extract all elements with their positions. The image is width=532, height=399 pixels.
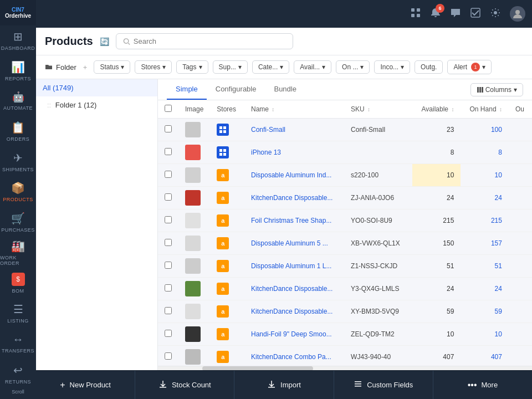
row-checkbox[interactable]	[165, 216, 172, 223]
gear-icon[interactable]	[490, 7, 501, 21]
bell-icon[interactable]: 6	[430, 7, 441, 21]
sidebar-item-orders[interactable]: 📋 Orders	[0, 116, 36, 147]
filter-category[interactable]: Cate... ▾	[252, 60, 289, 74]
sidebar-item-products[interactable]: 📦 Products	[0, 177, 36, 207]
row-checkbox[interactable]	[165, 148, 172, 155]
filter-supplier[interactable]: Sup... ▾	[213, 60, 248, 74]
header-outgoing[interactable]: Ou	[509, 100, 532, 119]
product-name-link[interactable]: Disposable Aluminum Ind...	[251, 171, 331, 179]
all-products-filter[interactable]: All (1749)	[36, 79, 157, 96]
onhand-cell[interactable]: 215	[461, 209, 509, 232]
product-name-link[interactable]: Confi-Small	[251, 126, 285, 134]
row-checkbox[interactable]	[165, 352, 172, 360]
sidebar-item-automate[interactable]: 🤖 Automate	[0, 86, 36, 116]
row-checkbox[interactable]	[165, 239, 172, 246]
product-name-cell[interactable]: Disposable Aluminum 1 L...	[244, 255, 344, 278]
onhand-cell[interactable]: 51	[461, 255, 509, 278]
filter-outgoing[interactable]: Outg.	[415, 60, 443, 74]
onhand-cell[interactable]: 100	[461, 119, 509, 141]
product-name-link[interactable]: KitchenDance Disposable...	[251, 308, 332, 315]
new-product-button[interactable]: + New Product	[36, 371, 135, 400]
product-name-cell[interactable]: Foil Christmas Tree Shap...	[244, 209, 344, 232]
filter-stores[interactable]: Stores ▾	[135, 60, 172, 74]
product-name-link[interactable]: iPhone 13	[251, 149, 281, 156]
onhand-value[interactable]: 59	[495, 308, 502, 315]
product-name-cell[interactable]: KitchenDance Disposable...	[244, 278, 344, 300]
user-avatar[interactable]	[510, 6, 525, 22]
folder-item-1[interactable]: :: Folder 1 (12)	[36, 96, 157, 114]
row-checkbox[interactable]	[165, 193, 172, 201]
custom-fields-button[interactable]: Custom Fields	[334, 371, 433, 400]
product-name-cell[interactable]: Handi-Foil 9" Deep Smoo...	[244, 323, 344, 346]
header-available[interactable]: Available ↕	[412, 100, 461, 119]
row-checkbox[interactable]	[165, 284, 172, 291]
product-name-link[interactable]: KitchenDance Combo Pa...	[251, 353, 331, 361]
onhand-cell[interactable]: 59	[461, 300, 509, 323]
row-checkbox[interactable]	[165, 262, 172, 269]
stock-count-button[interactable]: Stock Count	[135, 371, 234, 400]
products-table-wrapper[interactable]: Image Stores Name ↕ SKU ↕ Available ↕ On…	[158, 100, 532, 366]
onhand-value[interactable]: 157	[491, 239, 502, 247]
product-name-link[interactable]: KitchenDance Disposable...	[251, 285, 332, 293]
sidebar-item-listing[interactable]: ☰ Listing	[0, 298, 36, 329]
product-name-cell[interactable]: Confi-Small	[244, 119, 344, 141]
product-name-link[interactable]: KitchenDance Disposable...	[251, 194, 332, 202]
onhand-cell[interactable]: 24	[461, 278, 509, 300]
more-button[interactable]: ••• More	[433, 371, 532, 400]
onhand-cell[interactable]: 10	[461, 323, 509, 346]
onhand-value[interactable]: 8	[498, 149, 502, 156]
onhand-value[interactable]: 100	[491, 126, 502, 134]
sidebar-item-bom[interactable]: $ BOM	[0, 268, 36, 298]
row-checkbox[interactable]	[165, 330, 172, 337]
row-checkbox[interactable]	[165, 171, 172, 178]
columns-button[interactable]: Columns ▾	[470, 83, 523, 96]
header-sku[interactable]: SKU ↕	[344, 100, 412, 119]
onhand-value[interactable]: 51	[495, 262, 502, 270]
onhand-value[interactable]: 24	[495, 285, 502, 293]
grid-icon[interactable]	[410, 7, 421, 21]
product-name-link[interactable]: Disposable Aluminum 1 L...	[251, 262, 331, 270]
onhand-cell[interactable]: 157	[461, 232, 509, 255]
sidebar-item-purchases[interactable]: 🛒 Purchases	[0, 207, 36, 238]
sidebar-item-transfers[interactable]: ↔ Transfers	[0, 329, 36, 359]
onhand-value[interactable]: 10	[495, 171, 502, 179]
onhand-value[interactable]: 407	[491, 353, 502, 361]
check-icon[interactable]	[470, 7, 481, 21]
row-checkbox[interactable]	[165, 125, 172, 132]
folder-add-icon[interactable]: +	[83, 63, 88, 71]
product-name-cell[interactable]: KitchenDance Disposable...	[244, 300, 344, 323]
import-button[interactable]: Import	[234, 371, 334, 400]
filter-onhand[interactable]: On ... ▾	[336, 60, 370, 74]
onhand-cell[interactable]: 8	[461, 141, 509, 164]
tab-simple[interactable]: Simple	[167, 79, 207, 100]
onhand-value[interactable]: 215	[491, 217, 502, 224]
sidebar-item-returns[interactable]: ↩ Returns	[0, 359, 36, 389]
sidebar-item-shipments[interactable]: ✈ Shipments	[0, 146, 36, 177]
search-input[interactable]	[134, 37, 286, 45]
filter-incoming[interactable]: Inco... ▾	[374, 60, 410, 74]
scrollbar-thumb[interactable]	[202, 366, 313, 370]
filter-alert[interactable]: Alert 1 ▾	[447, 60, 492, 74]
sidebar-item-workorder[interactable]: 🏭 Work Order	[0, 238, 36, 268]
chat-icon[interactable]	[450, 7, 461, 21]
filter-status[interactable]: Status ▾	[94, 60, 130, 74]
product-name-cell[interactable]: Disposable Aluminum Ind...	[244, 164, 344, 187]
filter-tags[interactable]: Tags ▾	[176, 60, 208, 74]
tab-bundle[interactable]: Bundle	[265, 79, 305, 100]
row-checkbox[interactable]	[165, 307, 172, 314]
onhand-value[interactable]: 10	[495, 330, 502, 338]
onhand-cell[interactable]: 10	[461, 164, 509, 187]
onhand-cell[interactable]: 407	[461, 346, 509, 366]
product-name-cell[interactable]: iPhone 13	[244, 141, 344, 164]
refresh-icon[interactable]: 🔄	[100, 37, 109, 46]
product-name-cell[interactable]: KitchenDance Disposable...	[244, 187, 344, 209]
sidebar-item-dashboard[interactable]: ⊞ Dashboard	[0, 25, 36, 56]
search-box[interactable]	[116, 33, 293, 49]
product-name-cell[interactable]: Disposable Aluminum 5 ...	[244, 232, 344, 255]
product-name-link[interactable]: Foil Christmas Tree Shap...	[251, 217, 331, 224]
product-name-link[interactable]: Handi-Foil 9" Deep Smoo...	[251, 330, 332, 338]
sidebar-item-reports[interactable]: 📊 Reports	[0, 55, 36, 86]
onhand-cell[interactable]: 24	[461, 187, 509, 209]
filter-availability[interactable]: Avail... ▾	[294, 60, 331, 74]
horizontal-scrollbar[interactable]	[158, 366, 532, 370]
